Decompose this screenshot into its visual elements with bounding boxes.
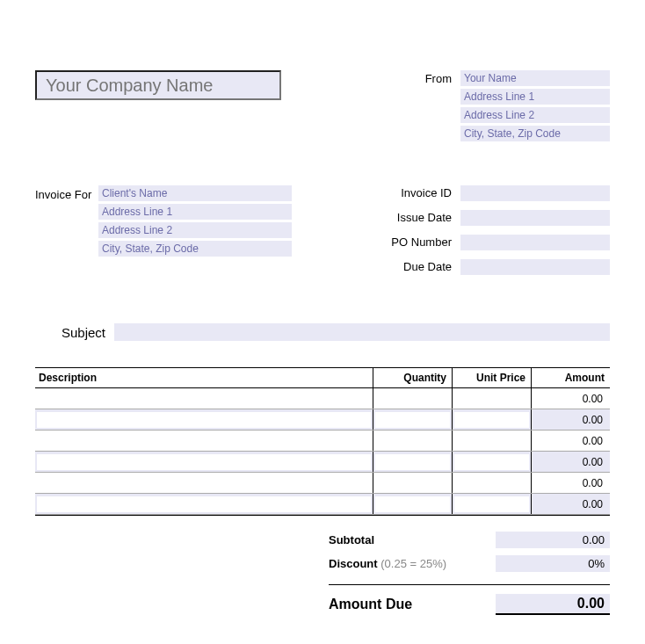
row-description-input[interactable] bbox=[37, 391, 371, 407]
client-name-input[interactable] bbox=[98, 185, 292, 201]
row-unitprice-input[interactable] bbox=[454, 412, 529, 428]
row-amount: 0.00 bbox=[533, 456, 608, 468]
invoice-for-label: Invoice For bbox=[35, 185, 98, 275]
subtotal-value: 0.00 bbox=[496, 532, 610, 548]
invoice-id-input[interactable] bbox=[460, 185, 610, 201]
row-quantity-input[interactable] bbox=[375, 412, 450, 428]
company-name-input[interactable] bbox=[35, 70, 281, 100]
subject-input[interactable] bbox=[114, 323, 610, 341]
from-addr1-input[interactable] bbox=[460, 89, 610, 105]
discount-hint: (0.25 = 25%) bbox=[378, 557, 446, 570]
client-addr1-input[interactable] bbox=[98, 204, 292, 220]
po-number-label: PO Number bbox=[391, 235, 452, 250]
due-date-input[interactable] bbox=[460, 259, 610, 275]
client-addr2-input[interactable] bbox=[98, 222, 292, 238]
due-date-label: Due Date bbox=[391, 259, 452, 275]
client-city-input[interactable] bbox=[98, 241, 292, 257]
row-amount: 0.00 bbox=[533, 414, 608, 426]
row-unitprice-input[interactable] bbox=[454, 433, 529, 449]
row-amount: 0.00 bbox=[533, 393, 608, 405]
row-unitprice-input[interactable] bbox=[454, 496, 529, 512]
from-addr2-input[interactable] bbox=[460, 107, 610, 123]
from-label: From bbox=[408, 70, 460, 141]
amount-due-value: 0.00 bbox=[496, 594, 610, 615]
row-description-input[interactable] bbox=[37, 496, 371, 512]
row-amount: 0.00 bbox=[533, 435, 608, 447]
row-quantity-input[interactable] bbox=[375, 433, 450, 449]
row-amount: 0.00 bbox=[533, 498, 608, 510]
row-quantity-input[interactable] bbox=[375, 454, 450, 470]
from-city-input[interactable] bbox=[460, 126, 610, 141]
from-name-input[interactable] bbox=[460, 70, 610, 86]
row-unitprice-input[interactable] bbox=[454, 454, 529, 470]
row-description-input[interactable] bbox=[37, 454, 371, 470]
header-description: Description bbox=[35, 368, 373, 387]
row-description-input[interactable] bbox=[37, 433, 371, 449]
amount-due-label: Amount Due bbox=[329, 597, 496, 612]
row-quantity-input[interactable] bbox=[375, 391, 450, 407]
issue-date-input[interactable] bbox=[460, 210, 610, 226]
row-quantity-input[interactable] bbox=[375, 496, 450, 512]
discount-value: 0% bbox=[496, 555, 610, 572]
subject-label: Subject bbox=[35, 325, 114, 340]
issue-date-label: Issue Date bbox=[391, 210, 452, 226]
row-amount: 0.00 bbox=[533, 477, 608, 489]
invoice-id-label: Invoice ID bbox=[391, 185, 452, 201]
row-description-input[interactable] bbox=[37, 475, 371, 491]
row-quantity-input[interactable] bbox=[375, 475, 450, 491]
header-amount: Amount bbox=[531, 368, 610, 387]
header-unit-price: Unit Price bbox=[452, 368, 531, 387]
subtotal-label: Subtotal bbox=[329, 533, 374, 546]
row-unitprice-input[interactable] bbox=[454, 475, 529, 491]
discount-label: Discount bbox=[329, 557, 378, 570]
row-description-input[interactable] bbox=[37, 412, 371, 428]
po-number-input[interactable] bbox=[460, 235, 610, 250]
row-unitprice-input[interactable] bbox=[454, 391, 529, 407]
header-quantity: Quantity bbox=[373, 368, 452, 387]
